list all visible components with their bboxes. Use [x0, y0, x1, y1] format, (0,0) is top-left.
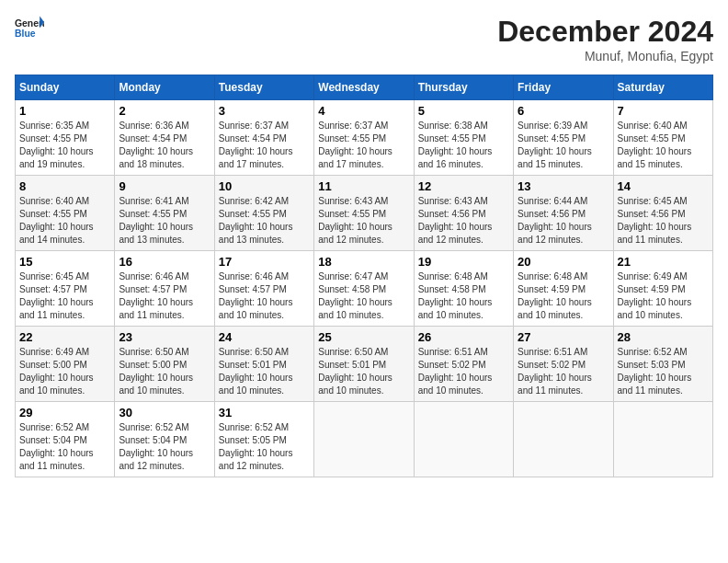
day-info: Sunrise: 6:37 AM Sunset: 4:55 PM Dayligh… [318, 120, 409, 171]
calendar-cell: 6Sunrise: 6:39 AM Sunset: 4:55 PM Daylig… [514, 100, 613, 176]
calendar-cell: 16Sunrise: 6:46 AM Sunset: 4:57 PM Dayli… [115, 251, 214, 327]
day-info: Sunrise: 6:37 AM Sunset: 4:54 PM Dayligh… [219, 120, 310, 171]
day-info: Sunrise: 6:46 AM Sunset: 4:57 PM Dayligh… [119, 270, 210, 322]
day-of-week-header: Monday [115, 75, 214, 100]
calendar-cell [613, 402, 712, 477]
day-number: 21 [618, 255, 709, 269]
day-number: 27 [518, 330, 609, 344]
location: Munuf, Monufia, Egypt [497, 49, 713, 63]
day-number: 3 [219, 104, 310, 118]
calendar-header-row: SundayMondayTuesdayWednesdayThursdayFrid… [16, 75, 713, 100]
calendar-week-row: 8Sunrise: 6:40 AM Sunset: 4:55 PM Daylig… [16, 176, 713, 251]
day-info: Sunrise: 6:52 AM Sunset: 5:03 PM Dayligh… [618, 346, 709, 397]
day-of-week-header: Friday [514, 75, 613, 100]
day-number: 5 [418, 104, 509, 118]
day-number: 7 [618, 104, 709, 118]
day-number: 16 [119, 255, 210, 269]
day-info: Sunrise: 6:45 AM Sunset: 4:57 PM Dayligh… [19, 270, 110, 322]
calendar-cell [414, 402, 513, 477]
day-info: Sunrise: 6:45 AM Sunset: 4:56 PM Dayligh… [618, 195, 709, 247]
svg-text:Blue: Blue [15, 29, 36, 39]
calendar-cell: 12Sunrise: 6:43 AM Sunset: 4:56 PM Dayli… [414, 176, 513, 251]
logo: General Blue [15, 15, 44, 40]
calendar-cell: 9Sunrise: 6:41 AM Sunset: 4:55 PM Daylig… [115, 176, 214, 251]
day-number: 15 [19, 255, 110, 269]
day-of-week-header: Thursday [414, 75, 513, 100]
day-number: 20 [518, 255, 609, 269]
calendar-cell: 20Sunrise: 6:48 AM Sunset: 4:59 PM Dayli… [514, 251, 613, 327]
day-of-week-header: Tuesday [214, 75, 313, 100]
day-number: 22 [19, 330, 110, 344]
day-number: 18 [318, 255, 409, 269]
month-title: December 2024 [497, 15, 713, 49]
day-info: Sunrise: 6:50 AM Sunset: 5:01 PM Dayligh… [219, 346, 310, 397]
day-info: Sunrise: 6:52 AM Sunset: 5:05 PM Dayligh… [219, 421, 310, 473]
calendar-cell: 30Sunrise: 6:52 AM Sunset: 5:04 PM Dayli… [115, 402, 214, 477]
day-number: 9 [119, 179, 210, 193]
day-number: 4 [318, 104, 409, 118]
calendar-cell: 11Sunrise: 6:43 AM Sunset: 4:55 PM Dayli… [314, 176, 414, 251]
day-number: 17 [219, 255, 310, 269]
day-info: Sunrise: 6:39 AM Sunset: 4:55 PM Dayligh… [518, 120, 609, 171]
calendar-cell: 31Sunrise: 6:52 AM Sunset: 5:05 PM Dayli… [214, 402, 313, 477]
calendar-cell: 10Sunrise: 6:42 AM Sunset: 4:55 PM Dayli… [214, 176, 313, 251]
calendar-cell: 13Sunrise: 6:44 AM Sunset: 4:56 PM Dayli… [514, 176, 613, 251]
day-of-week-header: Wednesday [314, 75, 414, 100]
day-number: 10 [219, 179, 310, 193]
day-number: 6 [518, 104, 609, 118]
day-number: 2 [119, 104, 210, 118]
calendar-cell: 27Sunrise: 6:51 AM Sunset: 5:02 PM Dayli… [514, 327, 613, 402]
calendar-cell: 19Sunrise: 6:48 AM Sunset: 4:58 PM Dayli… [414, 251, 513, 327]
day-number: 14 [618, 179, 709, 193]
calendar-cell: 28Sunrise: 6:52 AM Sunset: 5:03 PM Dayli… [613, 327, 712, 402]
calendar-cell: 2Sunrise: 6:36 AM Sunset: 4:54 PM Daylig… [115, 100, 214, 176]
day-info: Sunrise: 6:43 AM Sunset: 4:55 PM Dayligh… [318, 195, 409, 247]
calendar-cell: 23Sunrise: 6:50 AM Sunset: 5:00 PM Dayli… [115, 327, 214, 402]
day-info: Sunrise: 6:50 AM Sunset: 5:00 PM Dayligh… [119, 346, 210, 397]
calendar-cell: 1Sunrise: 6:35 AM Sunset: 4:55 PM Daylig… [16, 100, 115, 176]
calendar-week-row: 15Sunrise: 6:45 AM Sunset: 4:57 PM Dayli… [16, 251, 713, 327]
day-info: Sunrise: 6:51 AM Sunset: 5:02 PM Dayligh… [518, 346, 609, 397]
day-number: 30 [119, 406, 210, 419]
day-of-week-header: Sunday [16, 75, 115, 100]
calendar-cell: 21Sunrise: 6:49 AM Sunset: 4:59 PM Dayli… [613, 251, 712, 327]
day-info: Sunrise: 6:43 AM Sunset: 4:56 PM Dayligh… [418, 195, 509, 247]
calendar-cell: 14Sunrise: 6:45 AM Sunset: 4:56 PM Dayli… [613, 176, 712, 251]
day-info: Sunrise: 6:40 AM Sunset: 4:55 PM Dayligh… [618, 120, 709, 171]
day-number: 25 [318, 330, 409, 344]
day-number: 28 [618, 330, 709, 344]
day-info: Sunrise: 6:52 AM Sunset: 5:04 PM Dayligh… [19, 421, 110, 473]
day-info: Sunrise: 6:47 AM Sunset: 4:58 PM Dayligh… [318, 270, 409, 322]
day-number: 26 [418, 330, 509, 344]
day-number: 1 [19, 104, 110, 118]
day-number: 29 [19, 406, 110, 419]
calendar-cell: 29Sunrise: 6:52 AM Sunset: 5:04 PM Dayli… [16, 402, 115, 477]
calendar-cell: 22Sunrise: 6:49 AM Sunset: 5:00 PM Dayli… [16, 327, 115, 402]
day-info: Sunrise: 6:44 AM Sunset: 4:56 PM Dayligh… [518, 195, 609, 247]
day-number: 31 [219, 406, 310, 419]
day-number: 8 [19, 179, 110, 193]
calendar-cell [314, 402, 414, 477]
calendar-cell: 17Sunrise: 6:46 AM Sunset: 4:57 PM Dayli… [214, 251, 313, 327]
title-section: December 2024 Munuf, Monufia, Egypt [497, 15, 713, 63]
calendar-cell: 26Sunrise: 6:51 AM Sunset: 5:02 PM Dayli… [414, 327, 513, 402]
day-info: Sunrise: 6:50 AM Sunset: 5:01 PM Dayligh… [318, 346, 409, 397]
day-info: Sunrise: 6:36 AM Sunset: 4:54 PM Dayligh… [119, 120, 210, 171]
calendar-cell [514, 402, 613, 477]
day-info: Sunrise: 6:42 AM Sunset: 4:55 PM Dayligh… [219, 195, 310, 247]
day-number: 11 [318, 179, 409, 193]
day-info: Sunrise: 6:46 AM Sunset: 4:57 PM Dayligh… [219, 270, 310, 322]
day-info: Sunrise: 6:49 AM Sunset: 4:59 PM Dayligh… [618, 270, 709, 322]
day-info: Sunrise: 6:38 AM Sunset: 4:55 PM Dayligh… [418, 120, 509, 171]
day-info: Sunrise: 6:48 AM Sunset: 4:58 PM Dayligh… [418, 270, 509, 322]
calendar-cell: 7Sunrise: 6:40 AM Sunset: 4:55 PM Daylig… [613, 100, 712, 176]
calendar-week-row: 29Sunrise: 6:52 AM Sunset: 5:04 PM Dayli… [16, 402, 713, 477]
calendar-cell: 5Sunrise: 6:38 AM Sunset: 4:55 PM Daylig… [414, 100, 513, 176]
day-info: Sunrise: 6:40 AM Sunset: 4:55 PM Dayligh… [19, 195, 110, 247]
day-info: Sunrise: 6:51 AM Sunset: 5:02 PM Dayligh… [418, 346, 509, 397]
day-of-week-header: Saturday [613, 75, 712, 100]
calendar-cell: 15Sunrise: 6:45 AM Sunset: 4:57 PM Dayli… [16, 251, 115, 327]
calendar-table: SundayMondayTuesdayWednesdayThursdayFrid… [15, 75, 713, 477]
day-info: Sunrise: 6:49 AM Sunset: 5:00 PM Dayligh… [19, 346, 110, 397]
day-info: Sunrise: 6:41 AM Sunset: 4:55 PM Dayligh… [119, 195, 210, 247]
